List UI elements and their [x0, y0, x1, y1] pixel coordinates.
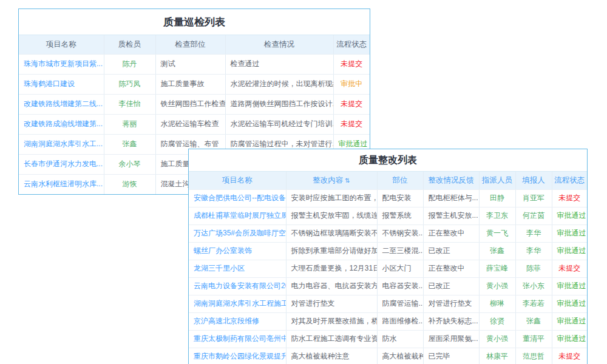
page: 质量巡检列表 项目名称质检员检查部位检查情况流程状态 珠海市城市更新项目紫...…: [0, 0, 607, 364]
cell-status: 未提交: [333, 94, 370, 114]
column-header[interactable]: 整改内容⇅: [286, 172, 377, 189]
table-row: 京沪高速北京段维修对其及时开展整改措施，桥头...路面维修检...补齐缺失标志.…: [189, 312, 587, 330]
cell-project[interactable]: 龙湖三千里小区: [189, 260, 286, 277]
cell-reporter: 范思哲: [515, 348, 552, 364]
cell-assignee: 黄小强: [479, 277, 515, 295]
cell-feedback: 补齐缺失标志...: [423, 312, 479, 330]
column-header-label: 部位: [393, 176, 408, 184]
cell-part: 不锈钢安装...: [377, 224, 423, 242]
cell-project[interactable]: 云南电力设备安装有限公司20...: [189, 277, 286, 295]
cell-project[interactable]: 湖南洞庭湖水库引水工...: [19, 134, 104, 154]
cell-status: 审批通过: [552, 312, 587, 330]
column-header[interactable]: 项目名称: [19, 35, 104, 54]
table-row: 安徽合肥供电公司--配电设备...安装时应按施工图的布置，将...配电安装配电柜…: [189, 189, 587, 207]
cell-project[interactable]: 改建铁路成渝线增建第...: [19, 114, 104, 134]
cell-status: 未提交: [333, 114, 370, 134]
cell-inspector: 张鑫: [104, 134, 155, 154]
cell-assignee: 黄小强: [479, 330, 515, 348]
cell-inspector: 蒋丽: [104, 114, 155, 134]
column-header-label: 流程状态: [554, 176, 585, 184]
cell-project[interactable]: 螺丝厂办公室装饰: [189, 242, 286, 260]
cell-reporter: 张鑫: [515, 312, 552, 330]
cell-content: 高大植被栽种注意: [286, 348, 377, 364]
column-header[interactable]: 项目名称: [189, 172, 286, 189]
cell-reporter: 李若若: [515, 295, 552, 312]
column-header-label: 项目名称: [46, 40, 76, 49]
cell-feedback: 屋面采用聚氨...: [423, 330, 479, 348]
cell-project[interactable]: 云南水利枢纽潜明水库...: [19, 174, 104, 194]
column-header[interactable]: 流程状态: [333, 35, 370, 54]
cell-assignee: 张鑫: [479, 242, 515, 260]
cell-feedback: 配电柜柜体与...: [423, 189, 479, 207]
cell-assignee: 李卫东: [479, 207, 515, 224]
column-header[interactable]: 质检员: [104, 35, 155, 54]
sort-icon[interactable]: ⇅: [345, 177, 350, 184]
column-header[interactable]: 流程状态: [552, 172, 587, 189]
cell-part: 铁丝网围挡工作检查: [155, 94, 225, 114]
cell-assignee: 柳琳: [479, 295, 515, 312]
cell-part: 二至三楼混...: [377, 242, 423, 260]
table-row: 螺丝厂办公室装饰拆除到承重墙部分请做好加固...二至三楼混...已改正张鑫李华审…: [189, 242, 587, 260]
cell-reporter: 陈菲: [515, 260, 552, 277]
column-header-label: 项目名称: [222, 176, 253, 184]
cell-situation: 水泥砼运输车司机经过专门培训...: [225, 114, 333, 134]
cell-inspector: 陈丹: [104, 54, 155, 74]
cell-status: 审批通过: [552, 277, 587, 295]
cell-part: 配电安装: [377, 189, 423, 207]
cell-assignee: 田静: [479, 189, 515, 207]
cell-project[interactable]: 改建铁路线增建第二线...: [19, 94, 104, 114]
cell-content: 拆除到承重墙部分请做好加固...: [286, 242, 377, 260]
quality-inspection-table-header: 项目名称质检员检查部位检查情况流程状态: [19, 35, 370, 54]
quality-rectification-table: 项目名称整改内容⇅部位整改情况反馈指派人员填报人流程状态 安徽合肥供电公司--配…: [189, 172, 587, 364]
cell-reporter: 李华: [515, 242, 552, 260]
cell-project[interactable]: 重庆太极制药有限公司亳州中...: [189, 330, 286, 348]
cell-project[interactable]: 成都杜甫草堂临时展厅独立展...: [189, 207, 286, 224]
cell-feedback: 正在整改中: [423, 260, 479, 277]
column-header[interactable]: 指派人员: [479, 172, 515, 189]
cell-project[interactable]: 重庆市鹅岭公园绿化景观提升...: [189, 348, 286, 364]
quality-rectification-panel: 质量整改列表 项目名称整改内容⇅部位整改情况反馈指派人员填报人流程状态 安徽合肥…: [188, 149, 588, 364]
cell-content: 安装时应按施工图的布置，将...: [286, 189, 377, 207]
cell-content: 对其及时开展整改措施，桥头...: [286, 312, 377, 330]
cell-project[interactable]: 安徽合肥供电公司--配电设备...: [189, 189, 286, 207]
cell-situation: 水泥砼灌注的时候，出现离析现象: [225, 74, 333, 94]
cell-feedback: 已完毕: [423, 348, 479, 364]
column-header[interactable]: 整改情况反馈: [423, 172, 479, 189]
cell-assignee: 林康平: [479, 348, 515, 364]
cell-inspector: 李佳怡: [104, 94, 155, 114]
table-row: 重庆市鹅岭公园绿化景观提升...高大植被栽种注意高大植被栽种已完毕林康平范思哲未…: [189, 348, 587, 364]
table-row: 龙湖三千里小区大理石质量更换，12月31日之...小区大门正在整改中薛宝峰陈菲未…: [189, 260, 587, 277]
column-header[interactable]: 检查部位: [155, 35, 225, 54]
table-row: 云南电力设备安装有限公司20...电力电容器、电抗器安装方案,...电容器安装.…: [189, 277, 587, 295]
quality-rectification-title: 质量整改列表: [189, 149, 587, 172]
cell-assignee: 薛宝峰: [479, 260, 515, 277]
cell-project[interactable]: 珠海市城市更新项目紫...: [19, 54, 104, 74]
column-header[interactable]: 检查情况: [225, 35, 333, 54]
cell-part: 防水: [377, 330, 423, 348]
cell-reporter: 肖亚军: [515, 189, 552, 207]
cell-situation: 道路两侧铁丝网围挡工作按设计...: [225, 94, 333, 114]
table-row: 改建铁路成渝线增建第...蒋丽水泥砼运输车检查水泥砼运输车司机经过专门培训...…: [19, 114, 370, 134]
cell-status: 审批通过: [552, 330, 587, 348]
column-header[interactable]: 部位: [377, 172, 423, 189]
cell-project[interactable]: 珠海鹤港口建设: [19, 74, 104, 94]
cell-project[interactable]: 京沪高速北京段维修: [189, 312, 286, 330]
cell-status: 未提交: [552, 189, 587, 207]
cell-inspector: 陈巧凤: [104, 74, 155, 94]
cell-reporter: 张小东: [515, 277, 552, 295]
column-header-label: 整改情况反馈: [429, 176, 474, 184]
cell-project[interactable]: 万达广场35#会所及咖啡厅空...: [189, 224, 286, 242]
cell-part: 高大植被栽种: [377, 348, 423, 364]
column-header-label: 指派人员: [482, 176, 512, 184]
cell-project[interactable]: 长春市伊通河水力发电...: [19, 154, 104, 174]
cell-content: 防水工程施工选调有专业资质...: [286, 330, 377, 348]
cell-content: 报警主机安放牢固，线缆连接...: [286, 207, 377, 224]
cell-reporter: 李华: [515, 224, 552, 242]
table-row: 珠海鹤港口建设陈巧凤施工质量事故水泥砼灌注的时候，出现离析现象审批中: [19, 74, 370, 94]
cell-part: 水泥砼运输车检查: [155, 114, 225, 134]
column-header[interactable]: 填报人: [515, 172, 552, 189]
cell-content: 电力电容器、电抗器安装方案,...: [286, 277, 377, 295]
table-row: 湖南洞庭湖水库引水工程施工1...对管进行垫支防腐管运输...对管进行垫支柳琳李…: [189, 295, 587, 312]
column-header-label: 填报人: [522, 176, 545, 184]
cell-project[interactable]: 湖南洞庭湖水库引水工程施工1...: [189, 295, 286, 312]
